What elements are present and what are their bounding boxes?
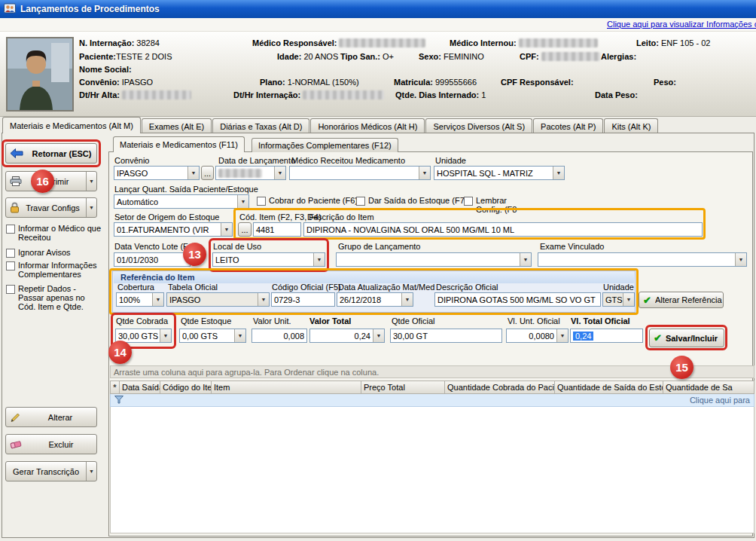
- salvar-incluir-button[interactable]: ✔ Salvar/Incluir: [649, 329, 724, 347]
- unidade-oficial-combo[interactable]: GTS▼: [602, 292, 635, 307]
- field-dias-internado: Qtde. Dias Internado:1: [395, 90, 486, 99]
- field-convenio: Convênio:IPASGO: [79, 78, 153, 87]
- medico-receitou-combo[interactable]: ▼: [289, 166, 431, 180]
- alterar-button[interactable]: Alterar: [5, 407, 97, 427]
- combo-arrow-icon: ▼: [553, 167, 564, 179]
- dropdown-arrow-icon[interactable]: ▼: [86, 462, 96, 481]
- unidade-label: Unidade: [435, 156, 466, 165]
- codigo-oficial-input[interactable]: 0729-3: [271, 292, 335, 307]
- cod-item-ellipsis-button[interactable]: ...: [238, 222, 251, 237]
- unidade-combo[interactable]: HOSPITAL SQL - MATRIZ▼: [434, 166, 565, 180]
- grupo-lancamento-combo[interactable]: ▼: [336, 252, 532, 267]
- excluir-button[interactable]: Excluir: [5, 434, 97, 454]
- redacted-value: [519, 38, 598, 47]
- data-lancamento-label: Data de Lançamento: [218, 156, 295, 165]
- gerar-transcricao-button[interactable]: Gerar Transcrição ▼: [5, 461, 97, 481]
- info-link[interactable]: Clique aqui para visualizar Informações …: [607, 20, 756, 29]
- qtde-estoque-combo[interactable]: 0,00 GTS▼: [179, 329, 246, 343]
- redacted-value: [541, 52, 600, 61]
- printer-icon: [10, 176, 22, 186]
- grid-indicator-cell: *: [110, 381, 120, 394]
- local-uso-combo[interactable]: LEITO▼: [212, 252, 325, 267]
- checkbox-lembrar-config[interactable]: Lembrar Config. (F8: [464, 196, 526, 214]
- combo-arrow-icon: ▼: [313, 253, 325, 266]
- field-medico-responsavel: Médico Responsável:: [252, 38, 425, 47]
- lancar-quant-combo[interactable]: Automático▼: [114, 194, 249, 209]
- inner-tab-complementares-f12[interactable]: Informações Complementares (F12): [251, 138, 398, 152]
- selected-text: 0,24: [573, 332, 593, 341]
- data-atualizacao-combo[interactable]: 26/12/2018▼: [337, 292, 413, 307]
- qtde-oficial-input[interactable]: 30,00 GT: [390, 329, 502, 343]
- tabela-oficial-label: Tabela Oficial: [168, 283, 218, 292]
- patient-header: N. Internação:38284 Médico Responsável: …: [0, 32, 756, 117]
- valor-total-combo[interactable]: 0,24▼: [309, 329, 385, 343]
- checkbox-repetir-dados[interactable]: Repetir Dados - Passar apenas no Cód. It…: [6, 284, 95, 311]
- col-header-qtd-saida[interactable]: Quantidade de Saída do Estoque: [555, 381, 663, 394]
- col-header-codigo-item[interactable]: Código do Item: [160, 381, 212, 394]
- tab-honorarios-medicos[interactable]: Honorários Médicos (Alt H): [310, 118, 425, 133]
- descricao-item-input[interactable]: DIPIRONA - NOVALGINA SOL ORAL 500 MG/ML …: [303, 222, 703, 237]
- app-icon: [4, 2, 16, 16]
- setor-origem-combo[interactable]: 01.FATURAMENTO (VIR▼: [114, 222, 233, 237]
- exame-vinculado-combo[interactable]: ▼: [538, 252, 747, 267]
- checkbox-icon: [257, 197, 266, 206]
- combo-arrow-icon: ▼: [160, 329, 171, 342]
- vl-total-oficial-input[interactable]: 0,24: [570, 329, 643, 343]
- eraser-icon: [10, 440, 22, 449]
- tabela-oficial-combo[interactable]: IPASGO▼: [166, 292, 270, 307]
- annotation-badge-16: 16: [31, 170, 54, 193]
- field-data-peso: Data Peso:: [595, 90, 640, 99]
- tab-pacotes[interactable]: Pacotes (Alt P): [533, 118, 603, 133]
- combo-arrow-icon: ▼: [234, 329, 245, 342]
- qtde-estoque-label: Qtde Estoque: [181, 316, 231, 326]
- checkbox-informar-complementares[interactable]: Informar Informações Complementares: [6, 261, 104, 279]
- data-lancamento-combo[interactable]: ▼: [215, 166, 286, 180]
- redacted-value: [122, 90, 191, 99]
- asterisk-icon: *: [113, 383, 116, 392]
- vl-unt-oficial-combo[interactable]: 0,0080▼: [506, 329, 569, 343]
- col-header-preco-total[interactable]: Preço Total: [361, 381, 445, 394]
- data-vencto-input[interactable]: 01/01/2030: [114, 252, 191, 267]
- valor-total-label: Valor Total: [309, 316, 351, 326]
- checkbox-icon: [6, 261, 15, 270]
- combo-arrow-icon: ▼: [556, 329, 568, 342]
- convenio-ellipsis-button[interactable]: ...: [201, 166, 214, 180]
- valor-unit-input[interactable]: 0,008: [251, 329, 307, 343]
- grid-filter-row[interactable]: Clique aqui para: [110, 394, 754, 407]
- cobertura-combo[interactable]: 100%▼: [116, 292, 164, 307]
- checkbox-informar-medico[interactable]: Informar o Médico que Receitou: [6, 224, 104, 242]
- field-cpf-responsavel: CPF Responsável:: [501, 78, 576, 87]
- convenio-combo[interactable]: IPASGO▼: [114, 166, 200, 180]
- travar-configs-button[interactable]: Travar Configs ▼: [5, 197, 97, 218]
- col-header-item[interactable]: Item: [212, 381, 361, 394]
- lock-icon: [10, 202, 20, 213]
- tab-kits[interactable]: Kits (Alt K): [604, 118, 658, 133]
- qtde-oficial-label: Qtde Oficial: [392, 316, 434, 326]
- cod-item-input[interactable]: 4481: [253, 222, 301, 237]
- inner-tab-materiais-f11[interactable]: Materiais e Medicamentos (F11): [113, 136, 245, 152]
- col-header-qtd-extra[interactable]: Quantidade de Sa: [663, 381, 754, 394]
- group-by-panel[interactable]: Arraste uma coluna aqui para agrupa-la. …: [110, 365, 754, 378]
- field-cpf: CPF:: [520, 52, 600, 61]
- checkbox-label: Dar Saída do Estoque (F7): [368, 196, 467, 205]
- tab-exames[interactable]: Exames (Alt E): [142, 118, 212, 133]
- col-header-data-saida[interactable]: Data Saída: [120, 381, 160, 394]
- retornar-button[interactable]: Retornar (ESC): [5, 143, 97, 164]
- checkbox-ignorar-avisos[interactable]: Ignorar Avisos: [6, 248, 104, 258]
- tab-materiais-medicamentos[interactable]: Materiais e Medicamentos (Alt M): [2, 117, 141, 133]
- checkbox-dar-saida-estoque[interactable]: Dar Saída do Estoque (F7): [356, 196, 469, 206]
- dropdown-arrow-icon[interactable]: ▼: [86, 198, 96, 217]
- dropdown-arrow-icon[interactable]: ▼: [86, 172, 96, 191]
- field-sexo: Sexo:FEMININO: [419, 52, 484, 61]
- check-icon: ✔: [654, 333, 662, 343]
- tab-diarias-taxas[interactable]: Diárias e Taxas (Alt D): [212, 118, 309, 133]
- checkbox-label: Informar Informações Complementares: [18, 261, 104, 279]
- redacted-value: [303, 90, 384, 99]
- col-header-qtd-cobrada[interactable]: Quantidade Cobrada do Paciente: [445, 381, 555, 394]
- alterar-referencia-button[interactable]: ✔ Alterar Referência: [639, 292, 724, 308]
- descricao-oficial-input[interactable]: DIPIRONA GOTAS 500 MG/ML SO VO GT: [434, 292, 601, 307]
- tab-servicos-diversos[interactable]: Serviços Diversos (Alt S): [425, 118, 532, 133]
- valor-unit-label: Valor Unit.: [253, 316, 291, 326]
- qtde-cobrada-label: Qtde Cobrada: [116, 316, 168, 326]
- checkbox-cobrar-paciente[interactable]: Cobrar do Paciente (F6): [257, 196, 362, 206]
